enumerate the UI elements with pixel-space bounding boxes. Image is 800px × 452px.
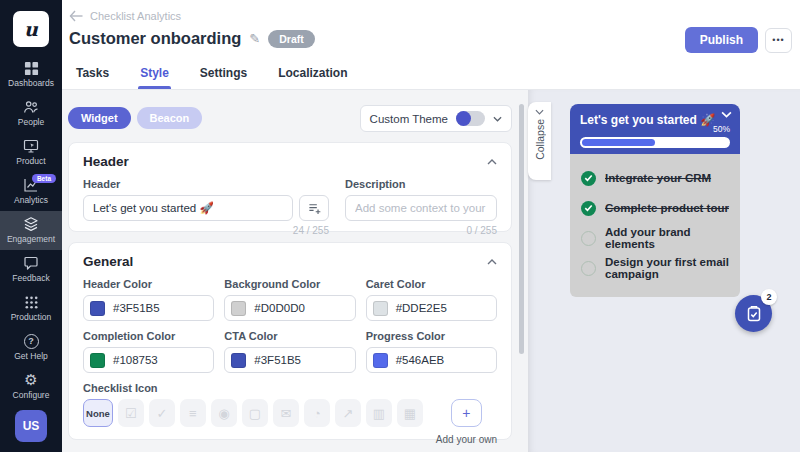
description-char-count: 0 / 255 [345, 225, 497, 236]
color-field-label: Header Color [83, 278, 214, 290]
beacon-toggle-button[interactable]: Beacon [137, 107, 203, 129]
columns-icon[interactable]: ▥ [366, 399, 392, 427]
people-icon [23, 99, 39, 115]
chevron-up-icon[interactable] [487, 259, 497, 265]
tab-settings[interactable]: Settings [198, 60, 249, 89]
progress-color-input[interactable]: #546AEB [366, 347, 497, 373]
toggle-knob [456, 111, 471, 126]
production-grid-icon [24, 294, 39, 310]
color-swatch [90, 353, 105, 368]
custom-theme-control[interactable]: Custom Theme [360, 105, 512, 132]
checklist-launcher-button[interactable]: 2 [735, 295, 772, 332]
edit-title-icon[interactable]: ✎ [249, 31, 260, 46]
checklist-item[interactable]: Integrate your CRM [581, 163, 729, 193]
sidebar-item-label: Product [16, 156, 45, 166]
color-value: #3F51B5 [113, 302, 160, 314]
sidebar-item-engagement[interactable]: Engagement [0, 211, 62, 250]
header-color-input[interactable]: #3F51B5 [83, 295, 214, 321]
sidebar: u Dashboards People Product Beta Analyt [0, 0, 62, 452]
checklist-item-text: Integrate your CRM [605, 172, 711, 184]
background-color-input[interactable]: #D0D0D0 [224, 295, 355, 321]
color-swatch [90, 301, 105, 316]
insert-variable-button[interactable] [299, 195, 329, 221]
color-value: #DDE2E5 [396, 302, 447, 314]
sidebar-item-people[interactable]: People [0, 94, 62, 133]
sidebar-item-get-help[interactable]: ? Get Help [0, 328, 62, 367]
header-input-label: Header [83, 178, 329, 190]
user-avatar[interactable]: US [15, 410, 47, 442]
header-section-card: Header Header [68, 142, 512, 232]
section-title: Header [83, 154, 129, 169]
more-options-button[interactable]: ••• [765, 28, 792, 53]
description-input-label: Description [345, 178, 497, 190]
product-monitor-icon [23, 138, 39, 154]
collapse-label: Collapse [534, 119, 546, 160]
sidebar-item-label: Feedback [12, 273, 49, 283]
sidebar-item-product[interactable]: Product [0, 133, 62, 172]
widget-toggle-button[interactable]: Widget [68, 107, 131, 129]
dashboard-grid-icon [24, 60, 39, 76]
checklist-item-text: Complete product tour [605, 202, 729, 214]
tab-style[interactable]: Style [138, 60, 171, 89]
target-toggle: Widget Beacon [68, 107, 202, 129]
engagement-layers-icon [23, 216, 39, 232]
checklist-item[interactable]: Design your first email campaign [581, 253, 729, 283]
app-logo[interactable]: u [13, 11, 49, 47]
tab-localization[interactable]: Localization [276, 60, 349, 89]
color-swatch [231, 353, 246, 368]
back-link[interactable]: Checklist Analytics [62, 0, 800, 22]
checklist-item[interactable]: Complete product tour [581, 193, 729, 223]
chevron-down-icon[interactable] [493, 116, 502, 122]
cta-color-input[interactable]: #3F51B5 [224, 347, 355, 373]
sidebar-item-dashboards[interactable]: Dashboards [0, 55, 62, 94]
chart-up-icon[interactable]: ↗ [335, 399, 361, 427]
sidebar-item-configure[interactable]: ⚙ Configure [0, 367, 62, 406]
checklist-item-text: Design your first email campaign [605, 256, 729, 280]
calendar-icon[interactable]: ▦ [397, 399, 423, 427]
back-arrow-icon [69, 10, 83, 22]
sidebar-item-feedback[interactable]: Feedback [0, 250, 62, 289]
clock-icon[interactable]: ◔ [304, 399, 330, 427]
color-field-label: Completion Color [83, 330, 214, 342]
color-value: #108753 [113, 354, 158, 366]
sidebar-item-production[interactable]: Production [0, 289, 62, 328]
add-custom-icon-button[interactable]: + [451, 399, 482, 427]
caret-color-input[interactable]: #DDE2E5 [366, 295, 497, 321]
list-icon[interactable]: ≡ [180, 399, 206, 427]
color-field-label: Progress Color [366, 330, 497, 342]
check-circle-icon [581, 171, 596, 186]
completion-color-input[interactable]: #108753 [83, 347, 214, 373]
message-icon[interactable]: ✉ [273, 399, 299, 427]
tab-tasks[interactable]: Tasks [74, 60, 111, 89]
icon-option-none[interactable]: None [83, 399, 113, 427]
sidebar-item-label: Production [11, 312, 52, 322]
collapse-preview-tab[interactable]: Collapse [528, 102, 551, 180]
checklist-item[interactable]: Add your brand elements [581, 223, 729, 253]
publish-button[interactable]: Publish [685, 27, 758, 53]
checklist-widget-preview: Let's get you started 🚀 50% [570, 104, 740, 297]
sidebar-item-analytics[interactable]: Beta Analytics [0, 172, 62, 211]
feedback-bubble-icon [23, 255, 39, 271]
widget-collapse-icon[interactable] [721, 111, 732, 118]
info-circle-icon[interactable]: ◉ [211, 399, 237, 427]
sidebar-item-label: Get Help [14, 351, 48, 361]
checklist-icon-label: Checklist Icon [83, 382, 497, 394]
header-text-input[interactable] [83, 195, 293, 221]
sidebar-item-label: Analytics [14, 195, 48, 205]
book-icon[interactable]: ▢ [242, 399, 268, 427]
check-icon[interactable]: ✓ [149, 399, 175, 427]
header-field-col: Header 24 / 255 [83, 169, 329, 236]
content-area: Widget Beacon Custom Theme Header [62, 90, 800, 452]
custom-theme-toggle[interactable] [456, 111, 485, 126]
header-fields: Header 24 / 255 Description [83, 169, 497, 236]
sidebar-item-label: Configure [13, 390, 50, 400]
clipboard-check-icon[interactable]: ☑ [118, 399, 144, 427]
color-field-label: CTA Color [224, 330, 355, 342]
editor-scrollbar[interactable] [519, 104, 524, 354]
main-area: Checklist Analytics Customer onboarding … [62, 0, 800, 452]
add-your-own-label: Add your own [436, 434, 497, 445]
checklist-item-text: Add your brand elements [605, 226, 729, 250]
description-text-input[interactable] [345, 195, 497, 221]
chevron-up-icon[interactable] [487, 159, 497, 165]
page-title: Customer onboarding [69, 29, 241, 48]
